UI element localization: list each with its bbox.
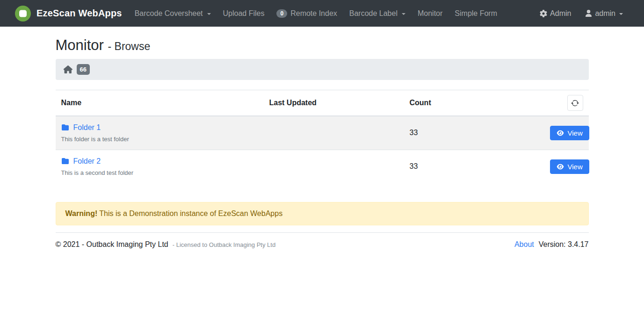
- last-updated-cell: [264, 150, 404, 183]
- eye-icon: [557, 130, 564, 136]
- alert-message: This is a Demonstration instance of EzeS…: [99, 209, 282, 217]
- nav-item-simple-form[interactable]: Simple Form: [449, 9, 503, 18]
- refresh-icon: [571, 99, 579, 107]
- alert-title: Warning!: [65, 209, 98, 217]
- brand-link[interactable]: EzeScan WebApps: [15, 6, 122, 22]
- page-title: Monitor - Browse: [56, 37, 589, 54]
- nav-item-label: Upload Files: [223, 9, 265, 18]
- folder-description: This folder is a test folder: [61, 136, 258, 143]
- column-header-name: Name: [56, 90, 264, 116]
- caret-down-icon: [207, 13, 211, 15]
- page-title-main: Monitor: [56, 37, 104, 53]
- view-button[interactable]: View: [550, 126, 589, 140]
- copyright-text: © 2021 - Outback Imaging Pty Ltd: [56, 240, 168, 249]
- nav-item-monitor[interactable]: Monitor: [412, 9, 449, 18]
- action-cell: View: [544, 150, 589, 183]
- admin-label: Admin: [550, 9, 571, 18]
- table-row: Folder 1 This folder is a test folder 33…: [56, 116, 589, 150]
- eye-icon: [557, 164, 564, 170]
- table-header-row: Name Last Updated Count: [56, 90, 589, 116]
- user-menu[interactable]: admin: [579, 9, 629, 18]
- nav-item-label: Remote Index: [290, 9, 337, 18]
- view-button-label: View: [568, 163, 583, 171]
- folder-icon: [61, 124, 69, 131]
- action-cell: View: [544, 116, 589, 150]
- folder-name-cell: Folder 2 This is a second test folder: [56, 150, 264, 183]
- folder-link[interactable]: Folder 2: [73, 157, 101, 166]
- admin-link[interactable]: Admin: [534, 9, 577, 18]
- caret-down-icon: [619, 13, 623, 15]
- nav-right: Admin admin: [534, 9, 629, 18]
- remote-index-count-badge: 0: [276, 9, 287, 18]
- folders-table: Name Last Updated Count: [56, 90, 589, 183]
- folder-description: This is a second test folder: [61, 169, 258, 176]
- about-link[interactable]: About: [514, 240, 534, 249]
- nav-item-barcode-label[interactable]: Barcode Label: [343, 9, 412, 18]
- footer-right: About Version: 3.4.17: [514, 240, 589, 249]
- view-button[interactable]: View: [550, 159, 589, 174]
- table-row: Folder 2 This is a second test folder 33…: [56, 150, 589, 183]
- ezescan-logo-icon: [15, 6, 31, 22]
- refresh-button[interactable]: [567, 95, 583, 111]
- gear-icon: [540, 10, 547, 17]
- nav-item-label: Barcode Coversheet: [135, 9, 203, 18]
- count-cell: 33: [404, 116, 544, 150]
- nav-item-barcode-coversheet[interactable]: Barcode Coversheet: [129, 9, 217, 18]
- page-subtitle: - Browse: [108, 40, 151, 52]
- folder-link[interactable]: Folder 1: [73, 123, 101, 132]
- column-header-last-updated: Last Updated: [264, 90, 404, 116]
- user-icon: [585, 10, 592, 17]
- column-header-actions: [544, 90, 589, 116]
- brand-title: EzeScan WebApps: [36, 8, 122, 19]
- breadcrumb-count-badge: 66: [77, 64, 90, 75]
- demo-warning-alert: Warning!This is a Demonstration instance…: [56, 202, 589, 225]
- navbar: EzeScan WebApps Barcode Coversheet Uploa…: [0, 0, 644, 27]
- caret-down-icon: [402, 13, 405, 15]
- column-header-count: Count: [404, 90, 544, 116]
- folder-icon: [61, 158, 69, 165]
- nav-item-remote-index[interactable]: 0 Remote Index: [270, 9, 343, 18]
- last-updated-cell: [264, 116, 404, 150]
- view-button-label: View: [568, 129, 583, 137]
- nav-item-upload-files[interactable]: Upload Files: [217, 9, 271, 18]
- user-label: admin: [595, 9, 615, 18]
- home-icon: [64, 65, 72, 73]
- nav-item-label: Simple Form: [455, 9, 497, 18]
- version-text: Version: 3.4.17: [539, 240, 589, 249]
- folder-name-cell: Folder 1 This folder is a test folder: [56, 116, 264, 150]
- page-footer: © 2021 - Outback Imaging Pty Ltd - Licen…: [56, 233, 589, 256]
- count-cell: 33: [404, 150, 544, 183]
- breadcrumb: 66: [56, 59, 589, 80]
- breadcrumb-home-link[interactable]: [64, 65, 72, 73]
- nav-item-label: Barcode Label: [349, 9, 398, 18]
- footer-left: © 2021 - Outback Imaging Pty Ltd - Licen…: [56, 240, 276, 249]
- main-content: Monitor - Browse 66 Name Last Updated Co…: [56, 37, 589, 256]
- main-nav: Barcode Coversheet Upload Files 0 Remote…: [129, 9, 503, 18]
- license-text: - Licensed to Outback Imaging Pty Ltd: [173, 241, 275, 248]
- nav-item-label: Monitor: [418, 9, 442, 18]
